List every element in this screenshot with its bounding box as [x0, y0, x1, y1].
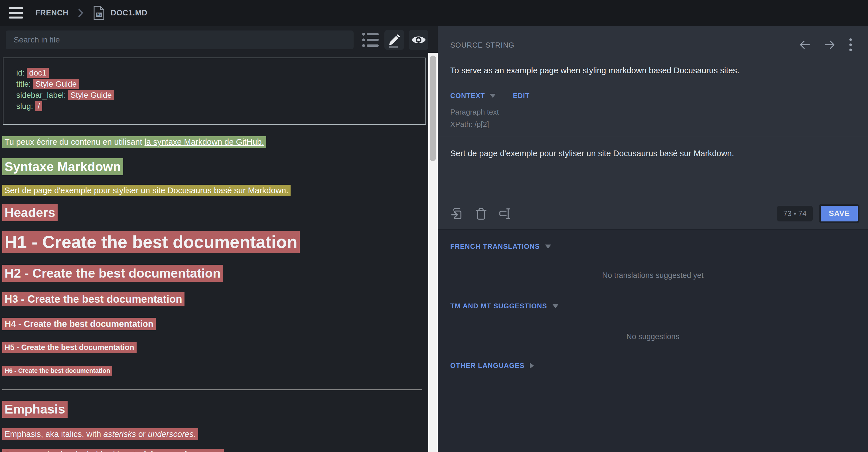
scrollbar[interactable] — [428, 26, 438, 452]
string-untranslated[interactable]: doc1 — [27, 68, 49, 78]
string-selected[interactable]: Sert de page d'exemple pour styliser un … — [2, 185, 290, 196]
text-cursor-icon — [498, 207, 512, 220]
translation-toolbar: 73 • 74 SAVE — [450, 204, 860, 223]
triangle-down-icon — [490, 94, 496, 98]
frontmatter-row: slug: / — [16, 101, 420, 112]
triangle-right-icon — [530, 362, 534, 369]
string-translated[interactable]: Tu peux écrire du contenu en utilisant l… — [2, 136, 266, 148]
menu-button[interactable] — [9, 7, 23, 19]
document-preview: id: doc1 title: Style Guide sidebar_labe… — [0, 54, 428, 452]
french-translations-empty: No translations suggested yet — [450, 271, 856, 280]
translation-panel: SOURCE STRING — [438, 26, 868, 452]
previous-string-button[interactable] — [799, 38, 811, 52]
file-preview-panel: id: doc1 title: Style Guide sidebar_labe… — [0, 26, 428, 452]
string-untranslated[interactable]: H4 - Create the best documentation — [2, 318, 156, 330]
svg-text:M↓: M↓ — [97, 13, 101, 17]
tm-mt-suggestions-toggle[interactable]: TM AND MT SUGGESTIONS — [450, 302, 559, 310]
topbar: FRENCH M↓ DOC1.MD — [0, 0, 868, 26]
tm-mt-suggestions-empty: No suggestions — [450, 332, 856, 341]
french-translations-toggle[interactable]: FRENCH TRANSLATIONS — [450, 243, 551, 251]
copy-source-button[interactable] — [450, 207, 464, 221]
breadcrumb-project[interactable]: FRENCH — [35, 8, 68, 18]
string-translated[interactable]: Syntaxe Markdown — [2, 158, 123, 175]
source-string-title: SOURCE STRING — [450, 41, 515, 49]
character-counter: 73 • 74 — [777, 206, 813, 221]
source-string-section: SOURCE STRING — [438, 26, 868, 137]
frontmatter-block: id: doc1 title: Style Guide sidebar_labe… — [3, 58, 426, 125]
string-untranslated[interactable]: Emphasis — [2, 401, 68, 418]
string-untranslated[interactable]: H5 - Create the best documentation — [2, 342, 136, 353]
string-untranslated[interactable]: Style Guide — [33, 79, 79, 89]
scrollbar-track[interactable] — [428, 53, 438, 452]
string-untranslated[interactable]: H1 - Create the best documentation — [2, 231, 300, 253]
source-string-text: To serve as an example page when styling… — [450, 66, 856, 75]
hamburger-icon — [9, 7, 23, 9]
save-button[interactable]: SAVE — [819, 204, 860, 223]
edit-mode-button[interactable] — [384, 30, 404, 50]
breadcrumb: FRENCH M↓ DOC1.MD — [35, 5, 148, 20]
github-markdown-link[interactable]: la syntaxe Markdown de GitHub. — [145, 137, 264, 147]
select-text-button[interactable] — [498, 207, 512, 221]
bulleted-list-icon — [362, 32, 380, 48]
string-list-button[interactable] — [362, 31, 380, 49]
copy-source-icon — [451, 207, 464, 220]
string-untranslated[interactable]: Strong emphasis, aka bold, with asterisk… — [2, 449, 224, 452]
suggestions-section: FRENCH TRANSLATIONS No translations sugg… — [438, 230, 868, 452]
translation-input[interactable]: Sert de page d'exemple pour styliser un … — [450, 149, 856, 158]
context-description: Paragraph text — [450, 108, 856, 117]
string-untranslated[interactable]: Emphasis, aka italics, with asterisks or… — [2, 428, 198, 440]
preview-mode-button[interactable] — [409, 30, 428, 50]
string-untranslated[interactable]: Style Guide — [68, 90, 114, 100]
arrow-right-icon — [824, 38, 836, 51]
eye-icon — [411, 34, 427, 45]
next-string-button[interactable] — [824, 38, 836, 52]
scrollbar-thumb[interactable] — [430, 56, 436, 161]
search-row — [0, 26, 428, 54]
chevron-right-icon — [78, 8, 84, 18]
string-untranslated[interactable]: H6 - Create the best documentation — [2, 366, 112, 376]
trash-icon — [475, 207, 487, 220]
kebab-menu-icon — [848, 38, 852, 52]
pencil-icon — [387, 32, 402, 48]
delete-translation-button[interactable] — [474, 207, 488, 221]
translation-input-section: Sert de page d'exemple pour styliser un … — [438, 137, 868, 229]
markdown-file-icon: M↓ — [93, 5, 105, 20]
breadcrumb-file: DOC1.MD — [111, 8, 148, 18]
search-input[interactable] — [6, 31, 353, 49]
string-untranslated[interactable]: H3 - Create the best documentation — [2, 292, 185, 306]
triangle-down-icon — [552, 304, 559, 308]
string-untranslated[interactable]: / — [35, 101, 42, 111]
more-options-button[interactable] — [848, 38, 852, 53]
frontmatter-row: id: doc1 — [16, 67, 420, 78]
string-untranslated[interactable]: H2 - Create the best documentation — [2, 265, 223, 282]
context-toggle[interactable]: CONTEXT — [450, 92, 496, 100]
frontmatter-row: title: Style Guide — [16, 78, 420, 90]
arrow-left-icon — [799, 38, 811, 51]
translation-editor: FRENCH M↓ DOC1.MD — [0, 0, 868, 452]
context-xpath: XPath: /p[2] — [450, 120, 856, 129]
string-untranslated[interactable]: Headers — [2, 204, 58, 221]
frontmatter-row: sidebar_label: Style Guide — [16, 90, 420, 101]
triangle-down-icon — [545, 245, 551, 249]
edit-context-link[interactable]: EDIT — [513, 92, 530, 100]
other-languages-toggle[interactable]: OTHER LANGUAGES — [450, 362, 534, 369]
horizontal-rule — [2, 389, 422, 390]
